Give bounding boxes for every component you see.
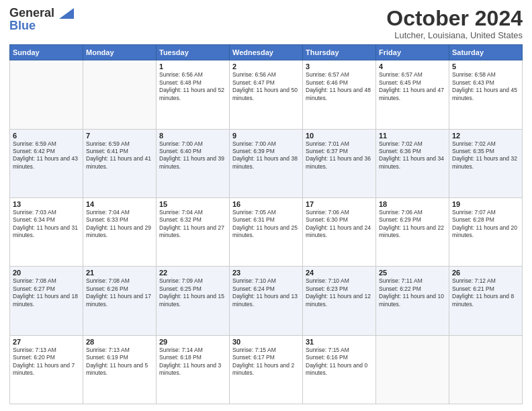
day-info: Sunrise: 6:57 AM Sunset: 6:46 PM Dayligh… [306, 71, 373, 102]
day-number: 20 [13, 269, 80, 277]
calendar-header-friday: Friday [376, 45, 449, 60]
day-info: Sunrise: 7:15 AM Sunset: 6:16 PM Dayligh… [306, 347, 373, 377]
day-info: Sunrise: 6:59 AM Sunset: 6:41 PM Dayligh… [86, 140, 153, 171]
page: General Blue October 2024 Lutcher, Louis… [0, 0, 532, 411]
day-info: Sunrise: 6:57 AM Sunset: 6:45 PM Dayligh… [379, 71, 446, 102]
day-number: 7 [86, 132, 153, 140]
calendar-cell: 9Sunrise: 7:00 AM Sunset: 6:39 PM Daylig… [230, 129, 303, 197]
location: Lutcher, Louisiana, United States [386, 30, 523, 40]
day-number: 28 [86, 338, 153, 346]
calendar-cell: 16Sunrise: 7:05 AM Sunset: 6:31 PM Dayli… [230, 197, 303, 266]
header: General Blue October 2024 Lutcher, Louis… [9, 7, 523, 40]
day-info: Sunrise: 7:14 AM Sunset: 6:18 PM Dayligh… [159, 347, 226, 377]
svg-marker-0 [59, 8, 74, 19]
day-info: Sunrise: 7:01 AM Sunset: 6:37 PM Dayligh… [306, 140, 373, 171]
day-info: Sunrise: 7:08 AM Sunset: 6:27 PM Dayligh… [13, 277, 80, 308]
calendar-cell: 13Sunrise: 7:03 AM Sunset: 6:34 PM Dayli… [10, 197, 83, 266]
calendar-header-tuesday: Tuesday [157, 45, 230, 60]
calendar-header-saturday: Saturday [449, 45, 523, 60]
calendar-cell: 21Sunrise: 7:08 AM Sunset: 6:26 PM Dayli… [83, 267, 157, 335]
day-info: Sunrise: 7:07 AM Sunset: 6:28 PM Dayligh… [452, 209, 519, 240]
calendar-week-1: 1Sunrise: 6:56 AM Sunset: 6:48 PM Daylig… [10, 60, 523, 129]
calendar-cell: 11Sunrise: 7:02 AM Sunset: 6:36 PM Dayli… [376, 129, 449, 197]
day-info: Sunrise: 7:10 AM Sunset: 6:24 PM Dayligh… [232, 277, 300, 308]
calendar-cell: 28Sunrise: 7:13 AM Sunset: 6:19 PM Dayli… [83, 335, 157, 404]
day-number: 14 [86, 200, 153, 208]
calendar-cell: 17Sunrise: 7:06 AM Sunset: 6:30 PM Dayli… [303, 197, 376, 266]
day-info: Sunrise: 7:08 AM Sunset: 6:26 PM Dayligh… [86, 277, 153, 308]
calendar-header-monday: Monday [83, 45, 157, 60]
day-info: Sunrise: 6:58 AM Sunset: 6:43 PM Dayligh… [452, 71, 519, 102]
day-info: Sunrise: 7:12 AM Sunset: 6:21 PM Dayligh… [452, 277, 519, 308]
day-number: 10 [306, 132, 373, 140]
logo-icon [59, 8, 74, 19]
calendar-cell: 18Sunrise: 7:06 AM Sunset: 6:29 PM Dayli… [376, 197, 449, 266]
day-info: Sunrise: 7:06 AM Sunset: 6:30 PM Dayligh… [306, 209, 373, 240]
day-number: 3 [306, 62, 373, 71]
calendar-cell [376, 335, 449, 404]
calendar-week-3: 13Sunrise: 7:03 AM Sunset: 6:34 PM Dayli… [10, 197, 523, 266]
day-info: Sunrise: 6:56 AM Sunset: 6:48 PM Dayligh… [159, 71, 226, 102]
day-info: Sunrise: 7:00 AM Sunset: 6:39 PM Dayligh… [232, 140, 300, 171]
day-info: Sunrise: 7:03 AM Sunset: 6:34 PM Dayligh… [13, 209, 80, 240]
calendar-cell: 6Sunrise: 6:59 AM Sunset: 6:42 PM Daylig… [10, 129, 83, 197]
calendar-week-2: 6Sunrise: 6:59 AM Sunset: 6:42 PM Daylig… [10, 129, 523, 197]
calendar-cell: 30Sunrise: 7:15 AM Sunset: 6:17 PM Dayli… [230, 335, 303, 404]
day-info: Sunrise: 7:10 AM Sunset: 6:23 PM Dayligh… [306, 277, 373, 308]
day-number: 23 [232, 269, 300, 277]
day-info: Sunrise: 7:09 AM Sunset: 6:25 PM Dayligh… [159, 277, 226, 308]
day-info: Sunrise: 7:11 AM Sunset: 6:22 PM Dayligh… [379, 277, 446, 308]
day-number: 29 [159, 338, 226, 346]
calendar-cell: 8Sunrise: 7:00 AM Sunset: 6:40 PM Daylig… [157, 129, 230, 197]
day-info: Sunrise: 7:05 AM Sunset: 6:31 PM Dayligh… [232, 209, 300, 240]
logo-blue: Blue [9, 19, 36, 33]
calendar-cell: 15Sunrise: 7:04 AM Sunset: 6:32 PM Dayli… [157, 197, 230, 266]
day-number: 9 [232, 132, 300, 140]
day-info: Sunrise: 6:56 AM Sunset: 6:47 PM Dayligh… [232, 71, 300, 102]
calendar-cell: 19Sunrise: 7:07 AM Sunset: 6:28 PM Dayli… [449, 197, 523, 266]
calendar-header-sunday: Sunday [10, 45, 83, 60]
calendar-cell: 14Sunrise: 7:04 AM Sunset: 6:33 PM Dayli… [83, 197, 157, 266]
calendar-cell: 25Sunrise: 7:11 AM Sunset: 6:22 PM Dayli… [376, 267, 449, 335]
day-info: Sunrise: 7:04 AM Sunset: 6:33 PM Dayligh… [86, 209, 153, 240]
day-number: 17 [306, 200, 373, 208]
day-number: 4 [379, 62, 446, 71]
calendar-header-thursday: Thursday [303, 45, 376, 60]
day-number: 6 [13, 132, 80, 140]
day-number: 22 [159, 269, 226, 277]
day-info: Sunrise: 6:59 AM Sunset: 6:42 PM Dayligh… [13, 140, 80, 171]
calendar-header-wednesday: Wednesday [230, 45, 303, 60]
day-info: Sunrise: 7:13 AM Sunset: 6:19 PM Dayligh… [86, 347, 153, 377]
day-info: Sunrise: 7:15 AM Sunset: 6:17 PM Dayligh… [232, 347, 300, 377]
day-info: Sunrise: 7:13 AM Sunset: 6:20 PM Dayligh… [13, 347, 80, 377]
calendar-cell [10, 60, 83, 129]
day-number: 11 [379, 132, 446, 140]
day-info: Sunrise: 7:02 AM Sunset: 6:35 PM Dayligh… [452, 140, 519, 171]
day-number: 2 [232, 62, 300, 71]
calendar-cell: 31Sunrise: 7:15 AM Sunset: 6:16 PM Dayli… [303, 335, 376, 404]
calendar-cell: 4Sunrise: 6:57 AM Sunset: 6:45 PM Daylig… [376, 60, 449, 129]
calendar-cell: 29Sunrise: 7:14 AM Sunset: 6:18 PM Dayli… [157, 335, 230, 404]
day-number: 16 [232, 200, 300, 208]
calendar-cell: 3Sunrise: 6:57 AM Sunset: 6:46 PM Daylig… [303, 60, 376, 129]
day-info: Sunrise: 7:00 AM Sunset: 6:40 PM Dayligh… [159, 140, 226, 171]
calendar-header-row: SundayMondayTuesdayWednesdayThursdayFrid… [10, 45, 523, 60]
day-info: Sunrise: 7:04 AM Sunset: 6:32 PM Dayligh… [159, 209, 226, 240]
day-number: 12 [452, 132, 519, 140]
day-number: 18 [379, 200, 446, 208]
title-block: October 2024 Lutcher, Louisiana, United … [386, 7, 523, 40]
day-number: 15 [159, 200, 226, 208]
day-info: Sunrise: 7:06 AM Sunset: 6:29 PM Dayligh… [379, 209, 446, 240]
calendar-cell: 26Sunrise: 7:12 AM Sunset: 6:21 PM Dayli… [449, 267, 523, 335]
day-number: 19 [452, 200, 519, 208]
calendar-cell: 10Sunrise: 7:01 AM Sunset: 6:37 PM Dayli… [303, 129, 376, 197]
calendar-cell [83, 60, 157, 129]
logo: General Blue [9, 7, 74, 33]
day-number: 31 [306, 338, 373, 346]
calendar-week-5: 27Sunrise: 7:13 AM Sunset: 6:20 PM Dayli… [10, 335, 523, 404]
logo-general: General [9, 6, 54, 19]
calendar-cell: 20Sunrise: 7:08 AM Sunset: 6:27 PM Dayli… [10, 267, 83, 335]
calendar-cell: 1Sunrise: 6:56 AM Sunset: 6:48 PM Daylig… [157, 60, 230, 129]
day-number: 25 [379, 269, 446, 277]
calendar-cell: 5Sunrise: 6:58 AM Sunset: 6:43 PM Daylig… [449, 60, 523, 129]
